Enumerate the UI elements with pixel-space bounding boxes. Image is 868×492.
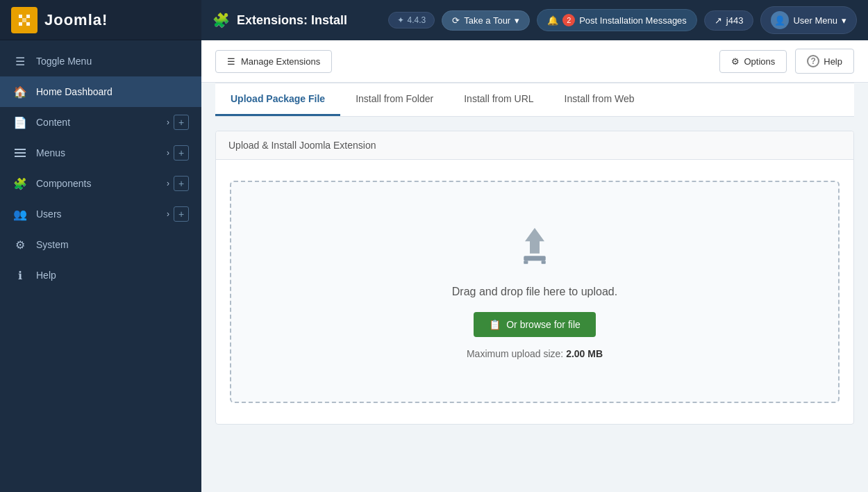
users-plus-icon[interactable]: + bbox=[174, 206, 189, 222]
tour-icon: ⟳ bbox=[452, 15, 460, 26]
menus-label: Menus bbox=[36, 147, 164, 158]
menus-chevron-icon: › bbox=[167, 148, 169, 158]
version-icon: ✦ bbox=[397, 15, 404, 25]
sidebar-item-system[interactable]: ⚙ System bbox=[0, 229, 201, 260]
options-button[interactable]: ⚙ Options bbox=[719, 50, 787, 73]
sidebar-item-components[interactable]: 🧩 Components › + bbox=[0, 168, 201, 199]
user-id-button[interactable]: ↗ j443 bbox=[704, 10, 754, 31]
users-chevron-icon: › bbox=[167, 209, 169, 219]
upload-panel: Upload & Install Joomla Extension bbox=[215, 131, 854, 425]
svg-marker-3 bbox=[525, 228, 544, 254]
tab-install-url[interactable]: Install from URL bbox=[449, 83, 549, 116]
panel-title: Upload & Install Joomla Extension bbox=[228, 140, 376, 151]
browse-icon: 📋 bbox=[489, 319, 501, 330]
home-icon: 🏠 bbox=[12, 84, 28, 99]
help-button[interactable]: ? Help bbox=[795, 49, 854, 74]
avatar: 👤 bbox=[771, 11, 789, 29]
user-menu-label: User Menu bbox=[793, 15, 837, 26]
drop-zone[interactable]: Drag and drop file here to upload. 📋 Or … bbox=[230, 181, 840, 403]
content-label: Content bbox=[36, 117, 164, 128]
sidebar-nav: ☰ Toggle Menu 🏠 Home Dashboard 📄 Content… bbox=[0, 40, 201, 492]
avatar-icon: 👤 bbox=[774, 15, 785, 26]
svg-rect-0 bbox=[15, 149, 26, 150]
extensions-install-icon: 🧩 bbox=[212, 12, 230, 28]
toggle-menu-icon: ☰ bbox=[12, 54, 28, 69]
post-installation-messages-button[interactable]: 🔔 2 Post Installation Messages bbox=[537, 9, 697, 31]
messages-label: Post Installation Messages bbox=[579, 15, 687, 26]
toggle-menu-label: Toggle Menu bbox=[36, 56, 189, 67]
system-label: System bbox=[36, 239, 189, 250]
tab-install-folder[interactable]: Install from Folder bbox=[340, 83, 449, 116]
login-icon: ↗ bbox=[715, 15, 722, 26]
browse-label: Or browse for file bbox=[506, 319, 581, 330]
bell-icon: 🔔 bbox=[547, 15, 558, 26]
sidebar-item-home-dashboard[interactable]: 🏠 Home Dashboard bbox=[0, 76, 201, 107]
sidebar-item-help[interactable]: ℹ Help bbox=[0, 260, 201, 290]
user-id-label: j443 bbox=[726, 15, 744, 26]
manage-extensions-button[interactable]: ☰ Manage Extensions bbox=[215, 50, 332, 73]
logo-text: Joomla! bbox=[44, 11, 108, 29]
system-icon: ⚙ bbox=[12, 237, 28, 252]
version-number: 4.4.3 bbox=[408, 15, 426, 25]
sidebar-item-menus[interactable]: Menus › + bbox=[0, 138, 201, 168]
browse-for-file-button[interactable]: 📋 Or browse for file bbox=[474, 312, 596, 337]
user-menu-chevron-icon: ▾ bbox=[842, 15, 846, 26]
tour-chevron-icon: ▾ bbox=[515, 15, 519, 26]
content-chevron-icon: › bbox=[167, 117, 169, 127]
messages-badge: 2 bbox=[562, 14, 575, 26]
page-title-area: 🧩 Extensions: Install bbox=[212, 12, 381, 28]
sidebar-item-content[interactable]: 📄 Content › + bbox=[0, 107, 201, 138]
content-plus-icon[interactable]: + bbox=[174, 115, 189, 130]
svg-rect-2 bbox=[15, 156, 26, 157]
options-label: Options bbox=[744, 56, 775, 67]
help-nav-icon: ℹ bbox=[12, 268, 28, 283]
install-tabs: Upload Package File Install from Folder … bbox=[215, 83, 854, 117]
components-icon: 🧩 bbox=[12, 176, 28, 191]
menus-icon bbox=[12, 145, 28, 161]
svg-rect-6 bbox=[542, 261, 546, 263]
user-menu-button[interactable]: 👤 User Menu ▾ bbox=[760, 6, 857, 34]
menus-plus-icon[interactable]: + bbox=[174, 145, 189, 161]
sidebar-item-toggle-menu[interactable]: ☰ Toggle Menu bbox=[0, 46, 201, 76]
upload-limit-text: Maximum upload size: bbox=[467, 348, 563, 359]
sub-header-toolbar: ☰ Manage Extensions ⚙ Options ? Help bbox=[201, 40, 868, 83]
sidebar: Joomla! ☰ Toggle Menu 🏠 Home Dashboard 📄… bbox=[0, 0, 201, 492]
users-icon: 👥 bbox=[12, 206, 28, 222]
manage-icon: ☰ bbox=[227, 56, 235, 67]
components-label: Components bbox=[36, 178, 164, 189]
upload-limit-value: 2.00 MB bbox=[566, 348, 603, 359]
help-nav-label: Help bbox=[36, 270, 189, 281]
page-title: Extensions: Install bbox=[237, 13, 347, 28]
tab-upload-package[interactable]: Upload Package File bbox=[215, 83, 340, 116]
tab-install-web[interactable]: Install from Web bbox=[549, 83, 650, 116]
upload-icon bbox=[510, 224, 559, 269]
panel-header: Upload & Install Joomla Extension bbox=[216, 131, 853, 160]
home-dashboard-label: Home Dashboard bbox=[36, 86, 189, 97]
main-area: 🧩 Extensions: Install ✦ 4.4.3 ⟳ Take a T… bbox=[201, 0, 868, 492]
topbar: 🧩 Extensions: Install ✦ 4.4.3 ⟳ Take a T… bbox=[201, 0, 868, 40]
svg-rect-1 bbox=[15, 152, 26, 154]
components-chevron-icon: › bbox=[167, 179, 169, 188]
panel-body: Drag and drop file here to upload. 📋 Or … bbox=[216, 160, 853, 424]
help-label: Help bbox=[824, 56, 842, 67]
logo-area: Joomla! bbox=[0, 0, 201, 40]
joomla-logo-icon bbox=[11, 7, 37, 33]
drop-zone-text: Drag and drop file here to upload. bbox=[452, 286, 617, 298]
tabs-panel-wrapper: Upload Package File Install from Folder … bbox=[215, 83, 854, 425]
take-a-tour-button[interactable]: ⟳ Take a Tour ▾ bbox=[442, 10, 530, 31]
sidebar-item-users[interactable]: 👥 Users › + bbox=[0, 199, 201, 229]
users-label: Users bbox=[36, 208, 164, 220]
content-icon: 📄 bbox=[12, 115, 28, 130]
svg-rect-4 bbox=[524, 256, 546, 261]
help-question-icon: ? bbox=[807, 55, 819, 67]
components-plus-icon[interactable]: + bbox=[174, 176, 189, 191]
manage-label: Manage Extensions bbox=[241, 56, 320, 67]
options-gear-icon: ⚙ bbox=[731, 56, 740, 67]
svg-rect-5 bbox=[524, 261, 528, 263]
version-badge: ✦ 4.4.3 bbox=[388, 12, 435, 28]
upload-limit-info: Maximum upload size: 2.00 MB bbox=[467, 348, 603, 359]
content-area: ☰ Manage Extensions ⚙ Options ? Help Upl… bbox=[201, 40, 868, 492]
tour-label: Take a Tour bbox=[464, 15, 510, 26]
